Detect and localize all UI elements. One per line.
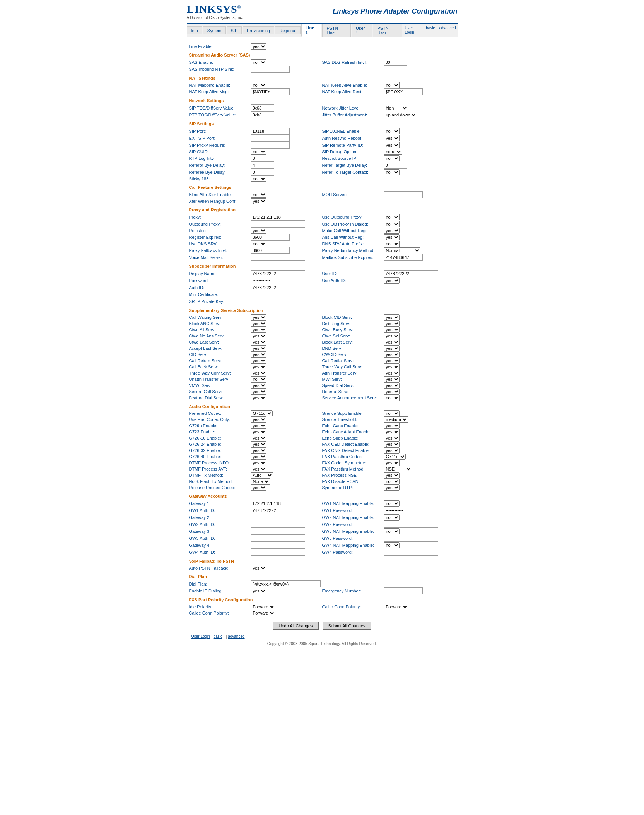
basic-link[interactable]: basic	[426, 26, 435, 34]
proxy-input[interactable]	[251, 214, 305, 221]
ext-sip-port-input[interactable]	[251, 135, 290, 142]
refer-target-input[interactable]	[384, 162, 407, 169]
proxy-fallback-input[interactable]	[251, 247, 290, 254]
service-announce-select[interactable]: noyes	[384, 395, 400, 401]
g726-32-select[interactable]: yesno	[251, 447, 266, 454]
block-anc-select[interactable]: yesno	[251, 320, 266, 327]
gw4-nat-select[interactable]: noyes	[384, 542, 400, 548]
cfwd-sel-select[interactable]: yesno	[384, 333, 400, 339]
gw2-input[interactable]	[251, 514, 305, 521]
idle-polarity-select[interactable]: ForwardReverse	[251, 604, 275, 610]
display-name-input[interactable]	[251, 270, 305, 277]
use-pref-codec-select[interactable]: yesno	[251, 416, 266, 423]
tab-provisioning[interactable]: Provisioning	[243, 26, 274, 34]
rtp-log-input[interactable]	[251, 155, 274, 162]
sip-tos-input[interactable]	[251, 104, 274, 111]
voice-mail-input[interactable]	[251, 254, 305, 261]
dtmf-tx-select[interactable]: AutoAVTINFOInBand	[251, 472, 273, 478]
xfer-hangup-select[interactable]: yesno	[251, 198, 266, 204]
network-jitter-select[interactable]: highmediumlow	[384, 105, 408, 111]
unattn-transfer-select[interactable]: noyes	[251, 376, 266, 382]
silence-threshold-select[interactable]: mediumlowhigh	[384, 416, 408, 423]
gw1-auth-input[interactable]	[251, 507, 305, 514]
echo-canc-select[interactable]: yesno	[384, 423, 400, 429]
call-return-select[interactable]: yesno	[251, 358, 266, 364]
fax-cng-select[interactable]: yesno	[384, 447, 400, 454]
use-auth-id-select[interactable]: yesno	[384, 277, 400, 284]
tab-pstn-user[interactable]: PSTN User	[373, 24, 402, 37]
fax-ced-select[interactable]: yesno	[384, 441, 400, 447]
speed-dial-select[interactable]: yesno	[384, 382, 400, 389]
three-way-call-select[interactable]: yesno	[384, 364, 400, 370]
caller-conn-select[interactable]: ForwardReverse	[384, 604, 408, 610]
sip-proxy-require-input[interactable]	[251, 142, 290, 149]
referee-bye-input[interactable]	[251, 169, 274, 176]
footer-basic-link[interactable]: basic	[214, 634, 222, 639]
tab-line1[interactable]: Line 1	[301, 24, 322, 37]
vmwi-select[interactable]: yesno	[251, 382, 266, 389]
fax-passthru-method-select[interactable]: NSEReINVITE	[384, 466, 412, 472]
echo-supp-select[interactable]: yesno	[384, 435, 400, 441]
cfwd-busy-select[interactable]: yesno	[384, 327, 400, 333]
call-waiting-select[interactable]: yesno	[251, 314, 266, 320]
nat-mapping-select[interactable]: noyes	[251, 82, 266, 88]
gw2-nat-select[interactable]: noyes	[384, 514, 400, 521]
gw3-password-input[interactable]	[384, 535, 438, 542]
auth-resync-select[interactable]: yesno	[384, 135, 400, 141]
cfwd-last-select[interactable]: yesno	[251, 339, 266, 345]
ans-call-select[interactable]: yesno	[384, 234, 400, 240]
dtmf-avt-select[interactable]: yesno	[251, 466, 266, 472]
submit-button[interactable]: Submit All Changes	[323, 622, 371, 630]
dist-ring-select[interactable]: yesno	[384, 320, 400, 327]
footer-advanced-link[interactable]: advanced	[228, 634, 244, 639]
srtp-key-input[interactable]	[251, 298, 305, 305]
nat-keep-alive-msg-input[interactable]	[251, 88, 290, 95]
tab-sip[interactable]: SIP	[227, 26, 242, 34]
gw1-password-input[interactable]	[384, 507, 438, 514]
gw3-input[interactable]	[251, 528, 305, 535]
register-expires-input[interactable]	[251, 234, 290, 241]
emergency-input[interactable]	[384, 587, 423, 594]
fax-passthru-codec-select[interactable]: G711uG711a	[384, 454, 406, 460]
sticky-183-select[interactable]: noyes	[251, 176, 266, 182]
proxy-redundancy-select[interactable]: NormalBased on SRV	[384, 247, 420, 253]
fax-codec-sym-select[interactable]: yesno	[384, 460, 400, 466]
dnd-select[interactable]: yesno	[384, 345, 400, 351]
mailbox-subscribe-input[interactable]	[384, 254, 423, 261]
sip-remote-party-select[interactable]: yesno	[384, 142, 400, 148]
tab-system[interactable]: System	[203, 26, 226, 34]
nat-keep-alive-enable-select[interactable]: noyes	[384, 82, 400, 88]
refer-to-select[interactable]: noyes	[384, 169, 400, 175]
hook-flash-select[interactable]: NoneAVTINFO	[251, 478, 270, 485]
rtp-tos-input[interactable]	[251, 111, 274, 118]
tab-user1[interactable]: User 1	[352, 24, 372, 37]
dial-plan-input[interactable]	[251, 580, 321, 587]
auto-pstn-select[interactable]: yesno	[251, 565, 266, 571]
dtmf-info-select[interactable]: yesno	[251, 460, 266, 466]
restrict-source-select[interactable]: noyes	[384, 155, 400, 161]
user-id-input[interactable]	[384, 270, 438, 277]
block-last-select[interactable]: yesno	[384, 339, 400, 345]
three-way-conf-select[interactable]: yesno	[251, 370, 266, 376]
gw3-auth-input[interactable]	[251, 535, 305, 542]
fax-disable-ecan-select[interactable]: noyes	[384, 478, 400, 485]
sip-guid-select[interactable]: noyes	[251, 149, 266, 155]
release-unused-select[interactable]: yesno	[251, 485, 266, 491]
use-outbound-select[interactable]: noyes	[384, 214, 400, 220]
sas-enable-select[interactable]: noyes	[251, 59, 266, 65]
sas-inbound-input[interactable]	[251, 66, 290, 73]
g726-16-select[interactable]: yesno	[251, 435, 266, 441]
make-call-select[interactable]: yesno	[384, 228, 400, 234]
secure-call-select[interactable]: yesno	[251, 389, 266, 395]
tab-info[interactable]: Info	[187, 26, 202, 34]
attn-transfer-select[interactable]: yesno	[384, 370, 400, 376]
gw2-auth-input[interactable]	[251, 521, 305, 528]
accept-last-select[interactable]: yesno	[251, 345, 266, 351]
tab-regional[interactable]: Regional	[275, 26, 300, 34]
dns-srv-auto-select[interactable]: noyes	[384, 241, 400, 247]
symmetric-rtp-select[interactable]: yesno	[384, 485, 400, 491]
gw4-password-input[interactable]	[384, 549, 438, 556]
fax-process-nse-select[interactable]: yesno	[384, 472, 400, 478]
call-back-select[interactable]: yesno	[251, 364, 266, 370]
undo-button[interactable]: Undo All Changes	[273, 622, 318, 630]
